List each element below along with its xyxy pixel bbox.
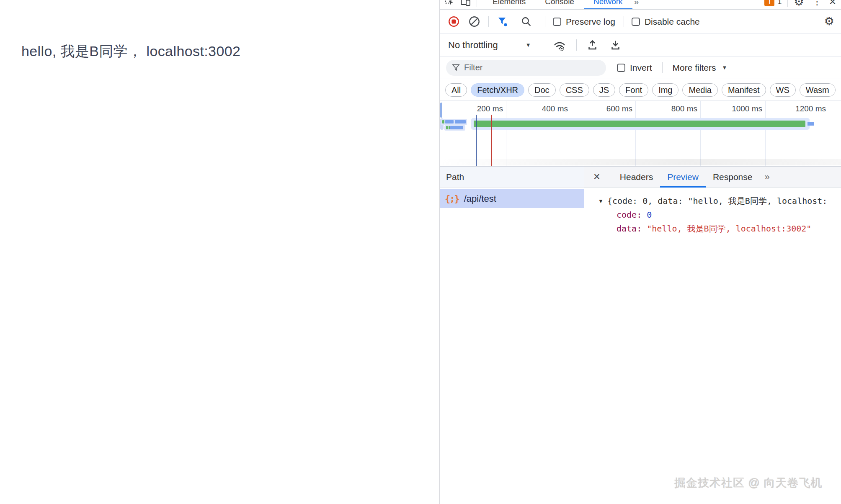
tab-response[interactable]: Response: [706, 167, 760, 188]
json-entry-data: data: "hello, 我是B同学, localhost:3002": [598, 222, 841, 236]
request-path: /api/test: [464, 193, 496, 204]
filter-funnel-icon: [452, 64, 460, 72]
toolbar-divider: [488, 16, 489, 27]
json-root-line[interactable]: ▼ {code: 0, data: "hello, 我是B同学, localho…: [598, 194, 841, 208]
device-toolbar-icon[interactable]: [460, 0, 471, 7]
preserve-log-checkbox[interactable]: [553, 18, 561, 26]
json-key: data: [617, 224, 637, 234]
timeline-tick: 200 ms: [457, 104, 503, 113]
overview-activity-graph: [440, 159, 841, 165]
devtools-tabbar-inner: Elements Console Network » ! 1 ⚙ ⋮ ×: [440, 0, 841, 10]
chip-media[interactable]: Media: [682, 83, 717, 97]
timeline-tick: 800 ms: [651, 104, 697, 113]
invert-label[interactable]: Invert: [630, 63, 652, 73]
chip-js[interactable]: JS: [593, 83, 615, 97]
throttling-select[interactable]: No throttling: [448, 40, 498, 51]
early-request-bar: [455, 120, 466, 123]
gridline: [829, 101, 829, 166]
tab-network[interactable]: Network: [584, 0, 632, 10]
tab-console[interactable]: Console: [535, 0, 584, 10]
json-root-summary: {code: 0, data: "hello, 我是B同学, localhost…: [607, 194, 828, 208]
gridline: [635, 101, 636, 166]
timeline-tick: 1200 ms: [780, 104, 826, 113]
filter-toggle-icon[interactable]: [497, 16, 508, 27]
export-har-icon[interactable]: [610, 39, 621, 51]
preview-json-tree: ▼ {code: 0, data: "hello, 我是B同学, localho…: [584, 188, 841, 236]
close-details-icon[interactable]: ×: [593, 171, 600, 183]
json-string-value: "hello, 我是B同学, localhost:3002": [647, 224, 811, 234]
request-row-api-test[interactable]: {;} /api/test: [440, 189, 584, 208]
network-conditions-icon[interactable]: [553, 39, 566, 51]
record-network-log-icon[interactable]: [448, 16, 459, 27]
chip-wasm[interactable]: Wasm: [800, 83, 836, 97]
toolbar-divider: [662, 62, 663, 73]
network-overview-timeline[interactable]: 200 ms 400 ms 600 ms 800 ms 1000 ms 1200…: [440, 101, 841, 167]
settings-gear-icon[interactable]: ⚙: [794, 0, 804, 8]
more-detail-tabs-icon[interactable]: »: [764, 172, 769, 183]
kebab-menu-icon[interactable]: ⋮: [813, 0, 822, 6]
gridline: [700, 101, 701, 166]
network-log-split: Path {;} /api/test × Headers Preview Res…: [440, 167, 841, 504]
preserve-log-label[interactable]: Preserve log: [566, 17, 615, 27]
early-request-bar: [442, 120, 444, 123]
throttling-dropdown-icon[interactable]: ▼: [526, 42, 531, 48]
tab-headers[interactable]: Headers: [613, 167, 660, 188]
network-settings-gear-icon[interactable]: ⚙: [824, 16, 834, 27]
chip-ws[interactable]: WS: [770, 83, 796, 97]
error-badge-icon[interactable]: !: [764, 0, 774, 6]
more-filters-button[interactable]: More filters: [673, 63, 716, 73]
json-entry-code: code: 0: [598, 208, 841, 222]
import-har-icon[interactable]: [587, 39, 598, 51]
gridline: [765, 101, 766, 166]
invert-checkbox[interactable]: [617, 64, 625, 72]
filter-row: Invert More filters ▼: [440, 57, 841, 79]
chip-manifest[interactable]: Manifest: [722, 83, 766, 97]
expander-triangle-icon[interactable]: ▼: [598, 194, 604, 208]
overview-scroll-indicator: [440, 103, 442, 118]
disable-cache-label[interactable]: Disable cache: [645, 17, 700, 27]
load-event-marker-line: [491, 115, 492, 166]
more-tabs-icon[interactable]: »: [634, 0, 639, 7]
gridline: [571, 101, 571, 166]
filter-input-pill[interactable]: [446, 60, 606, 76]
json-braces-icon: {;}: [445, 193, 459, 204]
network-controls-row: Preserve log Disable cache ⚙: [440, 10, 841, 34]
chip-css[interactable]: CSS: [560, 83, 589, 97]
tabbar-divider: [477, 0, 477, 7]
early-request-bar: [446, 126, 448, 129]
resource-type-chips-row: All Fetch/XHR Doc CSS JS Font Img Media …: [440, 79, 841, 101]
request-details-pane: × Headers Preview Response » ▼ {code: 0,…: [584, 167, 841, 504]
chip-doc[interactable]: Doc: [528, 83, 556, 97]
chip-font[interactable]: Font: [619, 83, 648, 97]
close-devtools-icon[interactable]: ×: [829, 0, 836, 8]
path-column-header[interactable]: Path: [440, 167, 584, 188]
tab-elements[interactable]: Elements: [483, 0, 535, 10]
json-key: code: [617, 210, 637, 220]
chip-img[interactable]: Img: [652, 83, 678, 97]
page-hello-text: hello, 我是B同学， localhost:3002: [21, 42, 240, 61]
tab-preview[interactable]: Preview: [660, 167, 706, 188]
chip-all[interactable]: All: [445, 83, 467, 97]
early-request-bar: [450, 126, 463, 129]
domcontentloaded-marker-line: [476, 115, 477, 166]
toolbar-divider: [576, 39, 577, 51]
timeline-tick: 600 ms: [586, 104, 632, 113]
timeline-tick: 400 ms: [522, 104, 568, 113]
request-table: Path {;} /api/test: [440, 167, 584, 504]
filter-input[interactable]: [464, 63, 586, 72]
clear-network-log-icon[interactable]: [469, 16, 480, 27]
more-filters-dropdown-icon[interactable]: ▼: [722, 64, 727, 71]
screen: hello, 我是B同学， localhost:3002: [0, 0, 841, 504]
api-test-waterfall-bar[interactable]: [474, 121, 805, 127]
watermark-text: 掘金技术社区 @ 向天卷飞机: [675, 476, 823, 491]
inspect-element-icon[interactable]: [444, 0, 454, 7]
early-request-bar: [449, 126, 450, 129]
timeline-tick: 1000 ms: [716, 104, 762, 113]
search-icon[interactable]: [521, 16, 531, 27]
chip-fetch-xhr[interactable]: Fetch/XHR: [471, 83, 524, 97]
error-count: 1: [777, 0, 782, 6]
details-tabstrip: × Headers Preview Response »: [584, 167, 841, 188]
browser-page: hello, 我是B同学， localhost:3002: [0, 0, 439, 504]
disable-cache-checkbox[interactable]: [632, 18, 640, 26]
devtools-panel: Elements Console Network » ! 1 ⚙ ⋮ ×: [440, 0, 841, 504]
